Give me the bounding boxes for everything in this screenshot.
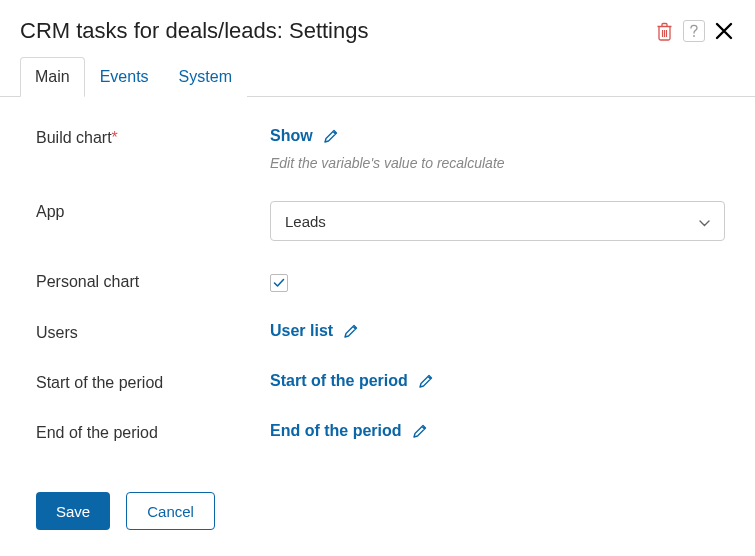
label-text: Build chart	[36, 129, 112, 146]
personal-chart-value-col	[270, 271, 725, 292]
start-period-label: Start of the period	[36, 372, 270, 392]
users-text: User list	[270, 322, 333, 340]
tab-events[interactable]: Events	[85, 57, 164, 97]
build-chart-text: Show	[270, 127, 313, 145]
personal-chart-checkbox[interactable]	[270, 274, 288, 292]
tab-main[interactable]: Main	[20, 57, 85, 97]
app-value-col: Leads	[270, 201, 725, 241]
dialog-title: CRM tasks for deals/leads: Settings	[20, 18, 368, 44]
start-period-value[interactable]: Start of the period	[270, 372, 434, 390]
start-period-text: Start of the period	[270, 372, 408, 390]
build-chart-value[interactable]: Show	[270, 127, 339, 145]
field-users: Users User list	[36, 322, 725, 342]
dialog-footer: Save Cancel	[0, 492, 755, 530]
pencil-icon[interactable]	[323, 128, 339, 144]
required-marker: *	[112, 129, 118, 146]
end-period-value[interactable]: End of the period	[270, 422, 428, 440]
field-start-period: Start of the period Start of the period	[36, 372, 725, 392]
build-chart-value-col: Show Edit the variable's value to recalc…	[270, 127, 725, 171]
save-button[interactable]: Save	[36, 492, 110, 530]
help-icon[interactable]	[683, 20, 705, 42]
start-period-value-col: Start of the period	[270, 372, 725, 390]
build-chart-label: Build chart*	[36, 127, 270, 147]
users-value[interactable]: User list	[270, 322, 359, 340]
settings-form: Build chart* Show Edit the variable's va…	[0, 97, 755, 492]
build-chart-hint: Edit the variable's value to recalculate	[270, 155, 725, 171]
pencil-icon[interactable]	[343, 323, 359, 339]
chevron-down-icon	[699, 213, 710, 230]
field-build-chart: Build chart* Show Edit the variable's va…	[36, 127, 725, 171]
end-period-text: End of the period	[270, 422, 402, 440]
pencil-icon[interactable]	[418, 373, 434, 389]
delete-icon[interactable]	[653, 20, 675, 42]
dialog-header: CRM tasks for deals/leads: Settings	[0, 0, 755, 56]
users-label: Users	[36, 322, 270, 342]
app-label: App	[36, 201, 270, 221]
end-period-value-col: End of the period	[270, 422, 725, 440]
users-value-col: User list	[270, 322, 725, 340]
end-period-label: End of the period	[36, 422, 270, 442]
field-end-period: End of the period End of the period	[36, 422, 725, 442]
field-personal-chart: Personal chart	[36, 271, 725, 292]
tab-system[interactable]: System	[164, 57, 247, 97]
app-select[interactable]: Leads	[270, 201, 725, 241]
close-icon[interactable]	[713, 20, 735, 42]
tabs: Main Events System	[0, 56, 755, 97]
pencil-icon[interactable]	[412, 423, 428, 439]
field-app: App Leads	[36, 201, 725, 241]
cancel-button[interactable]: Cancel	[126, 492, 215, 530]
svg-point-0	[693, 35, 695, 37]
personal-chart-label: Personal chart	[36, 271, 270, 291]
header-actions	[653, 20, 735, 42]
app-select-value: Leads	[285, 213, 326, 230]
